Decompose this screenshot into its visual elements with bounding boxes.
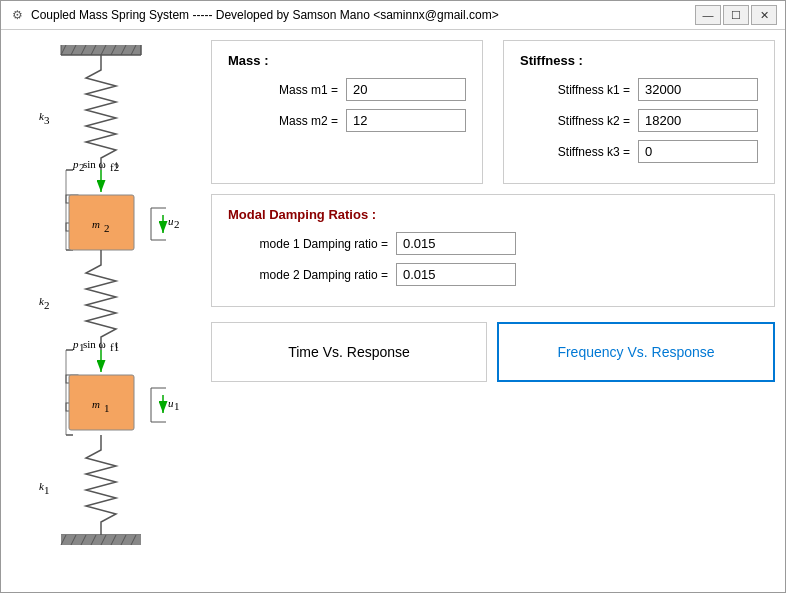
k2-row: Stiffness k2 = <box>520 109 758 132</box>
close-button[interactable]: ✕ <box>751 5 777 25</box>
p2-sin-label: sin ω <box>83 158 106 170</box>
m1-row: Mass m1 = <box>228 78 466 101</box>
mode2-input[interactable] <box>396 263 516 286</box>
controls-panel: Mass : Mass m1 = Mass m2 = Stiffness : S… <box>211 40 775 593</box>
m2-label-text: Mass m2 = <box>228 114 338 128</box>
mode1-label: mode 1 Damping ratio = <box>228 237 388 251</box>
mass-section: Mass : Mass m1 = Mass m2 = <box>211 40 483 184</box>
mass-m1-box <box>69 375 134 430</box>
p2-label: p <box>72 158 79 170</box>
m1-label-text: Mass m1 = <box>228 83 338 97</box>
stiffness-title: Stiffness : <box>520 53 758 68</box>
window-controls: — ☐ ✕ <box>695 5 777 25</box>
modal-title: Modal Damping Ratios : <box>228 207 758 222</box>
m1-input[interactable] <box>346 78 466 101</box>
k1-subscript: 1 <box>44 484 50 496</box>
k3-label-text: Stiffness k3 = <box>520 145 630 159</box>
action-buttons-row: Time Vs. Response Frequency Vs. Response <box>211 322 775 382</box>
k1-input[interactable] <box>638 78 758 101</box>
diagram-panel: k 3 m 2 p 2 sin ω f2 t <box>11 40 201 593</box>
m2-row: Mass m2 = <box>228 109 466 132</box>
title-bar: ⚙ Coupled Mass Spring System ----- Devel… <box>1 1 785 30</box>
u1-subscript: 1 <box>174 400 180 412</box>
maximize-button[interactable]: ☐ <box>723 5 749 25</box>
app-icon: ⚙ <box>9 7 25 23</box>
m2-input[interactable] <box>346 109 466 132</box>
k2-label-text: Stiffness k2 = <box>520 114 630 128</box>
k3-row: Stiffness k3 = <box>520 140 758 163</box>
m1-label: m <box>92 398 100 410</box>
k2-subscript: 2 <box>44 299 50 311</box>
mass-title: Mass : <box>228 53 466 68</box>
m2-subscript: 2 <box>104 222 110 234</box>
k3-input[interactable] <box>638 140 758 163</box>
top-sections-row: Mass : Mass m1 = Mass m2 = Stiffness : S… <box>211 40 775 184</box>
mode2-row: mode 2 Damping ratio = <box>228 263 758 286</box>
p1-sin-label: sin ω <box>83 338 106 350</box>
minimize-button[interactable]: — <box>695 5 721 25</box>
k1-row: Stiffness k1 = <box>520 78 758 101</box>
m2-label: m <box>92 218 100 230</box>
freq-response-button[interactable]: Frequency Vs. Response <box>497 322 775 382</box>
p1-t-label: t <box>115 338 118 350</box>
window-title: Coupled Mass Spring System ----- Develop… <box>31 8 695 22</box>
k3-subscript: 3 <box>44 114 50 126</box>
k1-label-text: Stiffness k1 = <box>520 83 630 97</box>
k2-input[interactable] <box>638 109 758 132</box>
mode1-input[interactable] <box>396 232 516 255</box>
mass-m2-box <box>69 195 134 250</box>
modal-damping-section: Modal Damping Ratios : mode 1 Damping ra… <box>211 194 775 307</box>
stiffness-section: Stiffness : Stiffness k1 = Stiffness k2 … <box>503 40 775 184</box>
m1-subscript: 1 <box>104 402 110 414</box>
p2-t-label: t <box>115 158 118 170</box>
mode2-label: mode 2 Damping ratio = <box>228 268 388 282</box>
main-window: ⚙ Coupled Mass Spring System ----- Devel… <box>0 0 786 593</box>
p1-label: p <box>72 338 79 350</box>
u2-subscript: 2 <box>174 218 180 230</box>
time-response-button[interactable]: Time Vs. Response <box>211 322 487 382</box>
main-content: k 3 m 2 p 2 sin ω f2 t <box>1 30 785 593</box>
mode1-row: mode 1 Damping ratio = <box>228 232 758 255</box>
spring-mass-diagram: k 3 m 2 p 2 sin ω f2 t <box>11 40 201 593</box>
